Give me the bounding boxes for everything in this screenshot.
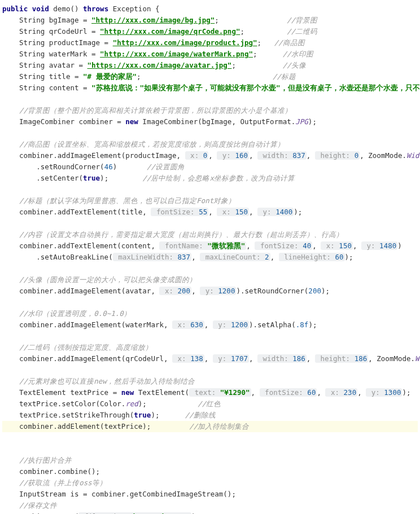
method-decl: public void demo() throws Exception { [2,5,160,13]
url-product[interactable]: "http://xxx.com/image/product.jpg" [113,38,257,47]
url-avatar[interactable]: "https://xxx.com/image/avatar.jpg" [88,61,232,69]
url-bg[interactable]: "http://xxx.com/image/bg.jpg" [91,16,215,24]
url-watermark[interactable]: "http://xxx.com/image/waterMark.png" [100,50,253,58]
code-block: public void demo() throws Exception { St… [0,0,420,514]
url-qr[interactable]: "http://xxx.com/image/qrCode.png" [100,27,240,36]
